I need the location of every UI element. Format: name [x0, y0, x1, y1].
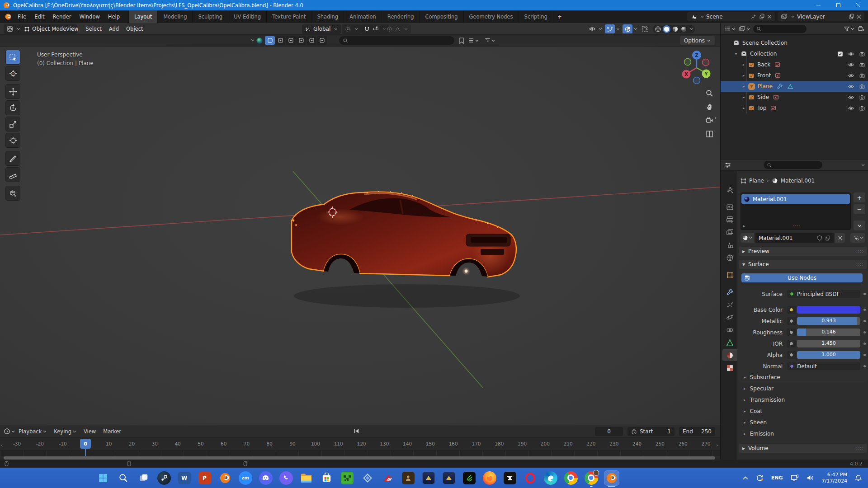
properties-tab-world[interactable] — [722, 252, 737, 263]
taskbar-word-icon[interactable]: W — [177, 471, 192, 485]
outliner-row-plane[interactable]: ▸Plane — [721, 81, 868, 92]
select-more-button[interactable] — [317, 36, 327, 45]
alpha-slider[interactable]: 1.000 — [797, 351, 860, 359]
tool-rotate-button[interactable] — [6, 101, 20, 115]
camera-toggle[interactable] — [859, 51, 865, 57]
outliner-row-collection[interactable]: ▾Collection — [721, 48, 868, 59]
tool-settings-search[interactable] — [339, 36, 454, 45]
taskbar-blender-active-icon[interactable] — [604, 471, 619, 485]
taskbar-chrome-icon[interactable] — [564, 471, 578, 485]
timeline-menu-playback[interactable]: Playback — [15, 428, 50, 435]
base-color-swatch[interactable] — [797, 306, 860, 314]
taskbar-app-navy-1-icon[interactable] — [421, 471, 436, 485]
close-button[interactable] — [848, 0, 868, 10]
playhead[interactable]: 0 — [80, 439, 91, 449]
ruler-right-arrow[interactable]: › — [716, 442, 718, 448]
properties-options-caret[interactable] — [861, 164, 865, 166]
taskbar-start-icon[interactable] — [96, 471, 110, 485]
taskbar-discord-icon[interactable] — [259, 471, 273, 485]
menu-edit[interactable]: Edit — [30, 12, 48, 22]
texture-ball-icon[interactable] — [256, 37, 263, 44]
workspace-tab-sculpting[interactable]: Sculpting — [192, 10, 228, 23]
workspace-tab-layout[interactable]: Layout — [128, 10, 157, 23]
pan-hand-icon[interactable] — [704, 101, 715, 113]
maximize-button[interactable] — [828, 0, 848, 10]
copy-material-icon[interactable] — [825, 235, 830, 241]
outliner-row-top[interactable]: ▸Top — [721, 103, 868, 113]
taskbar-opera-icon[interactable] — [523, 471, 538, 485]
outliner-filter-mode-dropdown[interactable] — [739, 26, 750, 32]
taskbar-edge-icon[interactable] — [543, 471, 558, 485]
frame-start-field[interactable]: Start 1 — [627, 427, 675, 436]
language-indicator[interactable]: ENG — [771, 475, 783, 481]
perspective-toggle-icon[interactable] — [704, 128, 715, 140]
camera-toggle[interactable] — [859, 62, 865, 68]
scene-selector[interactable]: Scene — [687, 12, 775, 21]
workspace-tab-geometry-nodes[interactable]: Geometry Nodes — [463, 10, 519, 23]
shading-wireframe-button[interactable] — [654, 25, 662, 33]
workspace-tab-compositing[interactable]: Compositing — [419, 10, 463, 23]
surface-panel-header[interactable]: ▾ Surface :::: — [739, 260, 867, 269]
remove-slot-button[interactable]: − — [854, 204, 865, 214]
menu-help[interactable]: Help — [104, 12, 124, 22]
new-collection-button[interactable] — [858, 25, 865, 32]
timeline-menu-marker[interactable]: Marker — [99, 428, 125, 435]
properties-tab-material[interactable] — [722, 349, 737, 361]
tool-scale-button[interactable] — [6, 117, 20, 131]
add-workspace-button[interactable]: + — [553, 14, 566, 20]
properties-tab-texture[interactable] — [722, 362, 737, 374]
camera-toggle[interactable] — [859, 105, 865, 111]
outliner-row-scene-collection[interactable]: Scene Collection — [721, 38, 868, 48]
material-name-field[interactable]: Material.001 — [755, 233, 834, 243]
outliner-row-side[interactable]: ▸Side — [721, 92, 868, 103]
camera-toggle[interactable] — [859, 84, 865, 89]
ruler-left-arrow[interactable]: ‹ — [1, 442, 3, 448]
outliner-display-mode-dropdown[interactable] — [724, 26, 736, 32]
workspace-tab-animation[interactable]: Animation — [344, 10, 382, 23]
display-filter-dropdown[interactable] — [468, 38, 479, 43]
roughness-slider[interactable]: 0.146 — [797, 328, 860, 336]
tray-chevron-up-icon[interactable] — [743, 476, 748, 480]
ior-slider[interactable]: 1.450 — [797, 340, 860, 347]
taskbar-app-anvil-icon[interactable] — [503, 471, 517, 485]
timeline-menu-view[interactable]: View — [80, 428, 99, 435]
select-intersect-button[interactable] — [307, 36, 316, 45]
taskbar-app-diamond-icon[interactable] — [360, 471, 375, 485]
workspace-tab-scripting[interactable]: Scripting — [519, 10, 553, 23]
camera-toggle[interactable] — [859, 94, 865, 100]
filter-funnel-dropdown[interactable] — [485, 38, 495, 43]
surface-field[interactable]: Principled BSDF — [787, 290, 860, 298]
animate-decorator[interactable] — [863, 354, 866, 356]
subpanel-coat[interactable]: ▸Coat — [744, 408, 762, 414]
camera-view-icon[interactable] — [704, 115, 715, 126]
material-slot-row[interactable]: Material.001 — [741, 194, 850, 204]
viewport-menu-add[interactable]: Add — [105, 24, 123, 34]
animate-decorator[interactable] — [863, 331, 866, 333]
breadcrumb-material[interactable]: Material.001 — [781, 178, 815, 184]
tool-dropdown-caret[interactable] — [251, 39, 255, 42]
taskbar-razer-icon[interactable] — [462, 471, 476, 485]
menu-file[interactable]: File — [14, 12, 30, 22]
remove-viewlayer-icon[interactable] — [857, 14, 861, 19]
eye-toggle[interactable] — [848, 83, 854, 90]
speaker-icon[interactable] — [807, 474, 814, 481]
3d-viewport[interactable]: User Perspective (0) Collection | Plane … — [0, 47, 720, 425]
taskbar-msi-afterburner-icon[interactable] — [381, 471, 395, 485]
menu-window[interactable]: Window — [75, 12, 104, 22]
eye-toggle[interactable] — [848, 72, 854, 79]
animate-decorator[interactable] — [863, 293, 866, 295]
taskbar-blender-app-icon[interactable] — [218, 471, 232, 485]
viewport-menu-view[interactable]: View — [62, 24, 82, 34]
shading-material-button[interactable] — [671, 25, 679, 33]
volume-panel-header[interactable]: ▸ Volume :::: — [739, 444, 867, 453]
display-connect-icon[interactable] — [791, 474, 799, 482]
outliner-search-input[interactable] — [753, 25, 807, 33]
zoom-tool-icon[interactable] — [704, 88, 715, 99]
expand-toggle[interactable]: ▸ — [741, 73, 746, 78]
unlink-scene-icon[interactable] — [767, 14, 772, 19]
properties-search-input[interactable] — [764, 161, 822, 169]
taskbar-viber-icon[interactable] — [279, 471, 293, 485]
taskbar-microsoft-store-icon[interactable] — [320, 471, 334, 485]
taskbar-chrome-profile-icon[interactable] — [584, 471, 599, 485]
properties-tab-scene[interactable] — [722, 239, 737, 251]
